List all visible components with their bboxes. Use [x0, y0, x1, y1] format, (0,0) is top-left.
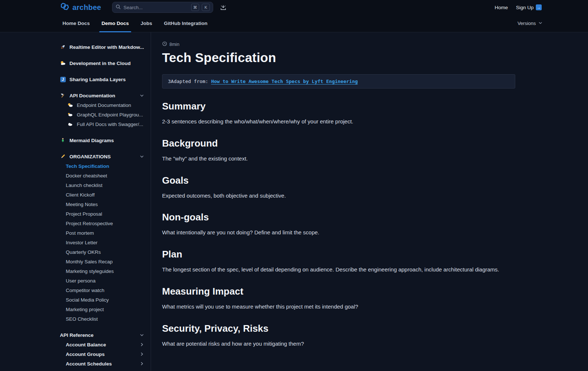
section-goals: GoalsExpected outcomes, both objective a… [162, 175, 515, 200]
doc-sidebar: Realtime Editor with Markdow...Developme… [0, 32, 151, 371]
download-tray-icon[interactable] [220, 4, 227, 11]
sidebar-item-label: Competitor watch [66, 288, 104, 293]
search-input[interactable] [123, 5, 189, 10]
sidebar-item-label: API Documentation [69, 93, 115, 98]
section-body: What intentionally are you not doing? De… [162, 228, 515, 237]
sidebar-item-monthly-sales-recap[interactable]: Monthly Sales Recap [60, 257, 144, 266]
section-non-goals: Non-goalsWhat intentionally are you not … [162, 212, 515, 237]
section-body: The longest section of the spec, level o… [162, 266, 515, 274]
chevron-right-icon [140, 352, 144, 356]
sidebar-item-label: Meeting Notes [66, 202, 98, 207]
home-link[interactable]: Home [495, 5, 508, 10]
section-body: What metrics will you use to measure whe… [162, 303, 515, 311]
sidebar-item-full-api-docs-with-swagger[interactable]: Full API Docs with Swagger/... [60, 119, 144, 129]
section-heading: Security, Privacy, Risks [162, 323, 515, 334]
arrow-right-icon: → [536, 4, 542, 10]
section-body: The "why" and the existing context. [162, 155, 515, 163]
section-body: What are potential risks and how are you… [162, 340, 515, 348]
brand-logo[interactable]: archbee [60, 2, 101, 12]
sidebar-item-realtime-editor-with-markdow[interactable]: Realtime Editor with Markdow... [60, 42, 144, 52]
sidebar-item-label: Account Balance [66, 342, 106, 347]
sidebar-item-mermaid-diagrams[interactable]: Mermaid Diagrams [60, 136, 144, 145]
chevron-down-icon [538, 21, 542, 26]
chevron-down-icon [140, 93, 144, 98]
k-key-badge: K [202, 4, 210, 11]
read-time: 8min [162, 41, 515, 47]
search-icon [115, 4, 121, 11]
section-heading: Summary [162, 101, 515, 112]
sun-behind-cloud-icon [67, 102, 73, 108]
section-background: BackgroundThe "why" and the existing con… [162, 138, 515, 163]
section-body: 2-3 sentences describing the who/what/wh… [162, 118, 515, 126]
sidebar-item-label: Client Kickoff [66, 192, 95, 198]
space-tabbar: Home DocsDemo DocsJobsGitHub Integration… [0, 15, 588, 32]
section-heading: Measuring Impact [162, 286, 515, 297]
signup-link[interactable]: Sign Up → [516, 4, 542, 10]
sun-small-cloud-icon [60, 60, 66, 66]
sidebar-item-api-reference[interactable]: API Reference [60, 330, 144, 340]
sidebar-item-marketing-styleguides[interactable]: Marketing styleguides [60, 266, 144, 276]
sidebar-item-api-documentation[interactable]: API Documentation [60, 91, 144, 100]
section-security-privacy-risks: Security, Privacy, RisksWhat are potenti… [162, 323, 515, 348]
sidebar-item-account-balance[interactable]: Account Balance [60, 340, 144, 349]
section-heading: Non-goals [162, 212, 515, 223]
sidebar-item-client-kickoff[interactable]: Client Kickoff [60, 190, 144, 199]
section-heading: Background [162, 138, 515, 149]
sidebar-item-post-mortem[interactable]: Post mortem [60, 228, 144, 238]
sidebar-item-label: Full API Docs with Swagger/... [77, 122, 143, 127]
sidebar-item-organizations[interactable]: ORGANIZATIONS [60, 152, 144, 161]
sidebar-item-label: Monthly Sales Recap [66, 259, 113, 264]
chevron-down-icon [140, 333, 144, 337]
sidebar-item-meeting-notes[interactable]: Meeting Notes [60, 199, 144, 209]
sidebar-item-development-in-the-cloud[interactable]: Development in the Cloud [60, 58, 144, 68]
sidebar-item-label: Marketing styleguides [66, 269, 114, 274]
tab-jobs[interactable]: Jobs [141, 15, 153, 32]
sidebar-item-account-groups[interactable]: Account Groups [60, 349, 144, 359]
versions-label: Versions [517, 21, 536, 26]
sidebar-item-project-proposal[interactable]: Project Proposal [60, 209, 144, 219]
section-heading: Plan [162, 249, 515, 260]
sidebar-item-sharing-lambda-layers[interactable]: JSharing Lambda Layers [60, 75, 144, 84]
chevron-right-icon [140, 342, 144, 347]
sidebar-item-account-schedules[interactable]: Account Schedules [60, 359, 144, 368]
search-bar[interactable]: ⌘ K [112, 2, 213, 13]
versions-dropdown[interactable]: Versions [517, 21, 542, 26]
page-title: Tech Specification [162, 50, 515, 65]
sidebar-item-graphql-endpoint-playgrou[interactable]: GraphQL Endpoint Playgrou... [60, 110, 144, 119]
sidebar-item-endpoint-documentation[interactable]: Endpoint Documentation [60, 100, 144, 110]
sidebar-item-label: Endpoint Documentation [77, 102, 131, 108]
section-plan: PlanThe longest section of the spec, lev… [162, 249, 515, 274]
sidebar-item-label: SEO Checklist [66, 316, 98, 322]
sidebar-item-label: ORGANIZATIONS [69, 154, 111, 159]
sidebar-item-label: Investor Letter [66, 240, 97, 245]
sidebar-item-label: Project Proposal [66, 211, 102, 217]
sidebar-item-social-media-policy[interactable]: Social Media Policy [60, 295, 144, 305]
sidebar-item-docker-cheatsheet[interactable]: Docker cheatsheet [60, 171, 144, 180]
sidebar-item-user-persona[interactable]: User persona [60, 276, 144, 285]
sidebar-item-marketing-project[interactable]: Marketing project [60, 305, 144, 314]
sidebar-item-launch-checklist[interactable]: Launch checklist [60, 180, 144, 190]
clock-icon [162, 41, 167, 47]
sidebar-item-competitor-watch[interactable]: Competitor watch [60, 285, 144, 295]
read-time-label: 8min [169, 42, 179, 47]
sidebar-item-label: GraphQL Endpoint Playgrou... [77, 112, 143, 118]
sidebar-item-tech-specification[interactable]: Tech Specification [60, 161, 144, 171]
tab-github-integration[interactable]: GitHub Integration [164, 15, 208, 32]
attribution-callout: 3Adapted from: How to Write Awesome Tech… [162, 74, 515, 89]
sidebar-item-investor-letter[interactable]: Investor Letter [60, 238, 144, 247]
sidebar-item-label: Sharing Lambda Layers [69, 77, 126, 82]
sidebar-item-quarterly-okrs[interactable]: Quarterly OKRs [60, 247, 144, 257]
tab-home-docs[interactable]: Home Docs [62, 15, 90, 32]
sidebar-item-seo-checklist[interactable]: SEO Checklist [60, 314, 144, 324]
sidebar-item-label: Docker cheatsheet [66, 173, 107, 179]
sidebar-item-label: Mermaid Diagrams [69, 138, 114, 143]
lyft-article-link[interactable]: How to Write Awesome Tech Specs by Lyft … [211, 79, 358, 84]
sidebar-item-label: Post mortem [66, 230, 94, 236]
tab-demo-docs[interactable]: Demo Docs [101, 15, 129, 32]
sidebar-item-project-retrospective[interactable]: Project Retrospective [60, 219, 144, 228]
rocket-icon [60, 44, 66, 50]
top-header: archbee ⌘ K Home Sign Up → [0, 0, 588, 15]
sidebar-item-label: Development in the Cloud [69, 61, 131, 66]
sidebar-item-label: Tech Specification [66, 163, 109, 169]
sidebar-item-label: Marketing project [66, 307, 104, 312]
